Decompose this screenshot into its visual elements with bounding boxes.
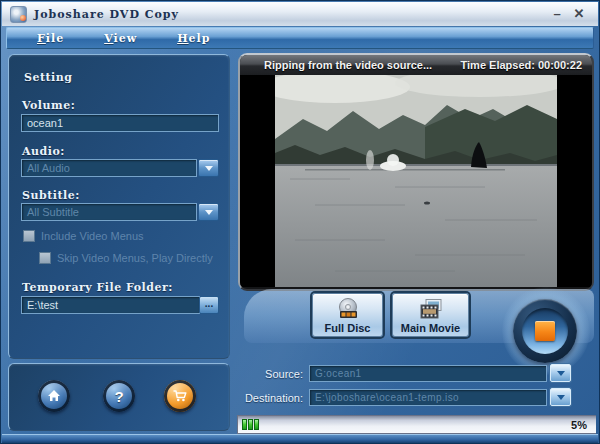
full-disc-label: Full Disc xyxy=(325,322,371,334)
skip-video-menus-checkbox[interactable] xyxy=(39,252,51,264)
minimize-button[interactable]: – xyxy=(546,5,568,23)
destination-label: Destination: xyxy=(217,392,303,404)
chevron-down-icon xyxy=(205,210,213,215)
browse-button[interactable]: ... xyxy=(199,296,219,314)
film-frames-icon xyxy=(418,297,444,321)
volume-label: Volume: xyxy=(22,99,75,112)
stop-button-face xyxy=(522,308,568,354)
menu-help[interactable]: Help xyxy=(177,32,210,45)
nav-panel: ? xyxy=(8,363,230,431)
app-window: Joboshare DVD Copy – ✕ File View Help Se… xyxy=(0,0,600,444)
stop-icon xyxy=(535,321,555,341)
full-disc-button[interactable]: Full Disc xyxy=(312,293,383,337)
source-dropdown-button[interactable] xyxy=(550,364,571,382)
subtitle-label: Subtitle: xyxy=(22,189,80,202)
help-button[interactable]: ? xyxy=(103,380,135,412)
window-title: Joboshare DVD Copy xyxy=(34,8,179,21)
buy-button[interactable] xyxy=(164,380,196,412)
subtitle-dropdown-button[interactable] xyxy=(198,203,219,221)
destination-dropdown-button[interactable] xyxy=(550,388,571,406)
video-frame-ocean-scene xyxy=(275,75,557,287)
time-elapsed-text: Time Elapsed: 00:00:22 xyxy=(461,59,582,71)
menu-view[interactable]: View xyxy=(104,32,137,45)
main-movie-button[interactable]: Main Movie xyxy=(392,293,469,337)
cart-icon xyxy=(172,388,188,404)
progress-block xyxy=(254,419,259,430)
chevron-down-icon xyxy=(557,371,565,376)
progress-block xyxy=(248,419,253,430)
destination-select-value: E:\joboshare\ocean1-temp.iso xyxy=(315,392,459,403)
menu-file[interactable]: File xyxy=(37,32,64,45)
progress-indicator xyxy=(242,419,259,430)
settings-panel: Setting Volume: Audio: All Audio Subtitl… xyxy=(8,54,230,359)
audio-label: Audio: xyxy=(22,145,65,158)
window-bottom-frame xyxy=(2,434,598,443)
destination-select[interactable]: E:\joboshare\ocean1-temp.iso xyxy=(309,389,547,406)
subtitle-select[interactable]: All Subtitle xyxy=(21,203,197,221)
source-label: Source: xyxy=(217,368,303,380)
status-bar: 5% xyxy=(237,415,596,434)
stop-button[interactable] xyxy=(513,299,577,363)
source-select-value: G:ocean1 xyxy=(315,368,362,379)
temp-folder-label: Temporary File Folder: xyxy=(22,281,173,294)
chevron-down-icon xyxy=(205,166,213,171)
include-video-menus-label: Include Video Menus xyxy=(41,230,144,242)
audio-select[interactable]: All Audio xyxy=(21,159,197,177)
progress-percent: 5% xyxy=(571,419,587,431)
settings-heading: Setting xyxy=(24,71,72,84)
skip-video-menus-label: Skip Video Menus, Play Directly xyxy=(57,252,213,264)
dvd-disc-icon xyxy=(335,297,361,321)
question-icon: ? xyxy=(114,388,123,405)
title-bar[interactable]: Joboshare DVD Copy – ✕ xyxy=(2,2,598,26)
volume-input[interactable] xyxy=(21,114,219,132)
ripping-status-text: Ripping from the video source... xyxy=(264,59,432,71)
progress-block xyxy=(242,419,247,430)
video-preview-panel: Ripping from the video source... Time El… xyxy=(238,53,594,291)
home-button[interactable] xyxy=(38,380,70,412)
video-screen xyxy=(240,75,592,287)
audio-dropdown-button[interactable] xyxy=(198,159,219,177)
temp-folder-input[interactable] xyxy=(21,296,200,314)
main-movie-label: Main Movie xyxy=(401,322,460,334)
chevron-down-icon xyxy=(557,395,565,400)
include-video-menus-checkbox[interactable] xyxy=(23,230,35,242)
home-icon xyxy=(46,388,62,404)
audio-select-value: All Audio xyxy=(27,162,70,174)
close-button[interactable]: ✕ xyxy=(568,5,590,23)
video-header: Ripping from the video source... Time El… xyxy=(240,55,592,75)
source-select[interactable]: G:ocean1 xyxy=(309,365,547,382)
app-logo-icon xyxy=(10,6,27,23)
subtitle-select-value: All Subtitle xyxy=(27,206,79,218)
menu-bar: File View Help xyxy=(6,27,594,49)
